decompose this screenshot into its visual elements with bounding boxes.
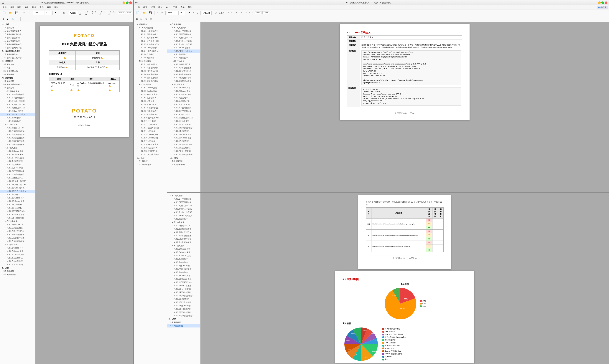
right-bottom-outline-item[interactable]: 5.2 风险矩形图	[167, 324, 200, 327]
tb2-btn4[interactable]: ✕	[15, 17, 19, 21]
right-bottom-outline-item[interactable]: 4.3.3.10 Cookie 未返	[167, 277, 200, 281]
left-outline-item[interactable]: 4.3.2.1 使用 GET 方	[0, 126, 35, 130]
right-panel-outline-item[interactable]: 4.3.3.6 及 HTTP 篡	[134, 103, 167, 106]
right-top-outline-item[interactable]: 4.3.3.1 Cookie 具有	[167, 86, 200, 90]
menu-edit[interactable]: 编辑	[8, 6, 15, 9]
right-menu-format[interactable]: 格式	[164, 6, 171, 9]
right-panel-outline-item[interactable]: 4.3.3 低风险漏	[134, 83, 167, 86]
left-outline-item[interactable]: 4.3.3.11 文件上传 XSS	[0, 183, 35, 186]
left-outline-item[interactable]: 4.3.1.4 文件上传 XSS	[0, 103, 35, 106]
right-top-outline-item[interactable]: 4.3.2 中风险漏	[167, 60, 200, 63]
right-panel-outline-item[interactable]: 4.3.2.5 应用程序错误	[134, 76, 167, 79]
left-outline-item[interactable]: 4.3.3.1 Cookie 具有	[0, 150, 35, 153]
left-outline-item[interactable]: 5.1 风险统计	[0, 270, 35, 273]
left-outline-item[interactable]: 4.3.3.20 PHP 服务器	[0, 213, 35, 216]
right-bottom-outline-item[interactable]: 4.3.3.18 无 HTTP 篡	[167, 304, 200, 308]
right-top-outline-item[interactable]: 4.3.1.6 Cmd 别序算	[167, 46, 200, 50]
right-bottom-outline-item[interactable]: 4.3.1.7 PHP 代码注入	[167, 214, 200, 217]
right-panel-outline-item[interactable]: 4.3.3.16 Cookie 未返	[134, 136, 167, 140]
right-bottom-outline-item[interactable]: 4.3.2.4 未加密的液体	[167, 234, 200, 237]
right-bottom-outline-item[interactable]: 4.3.3.8 点击劫持	[167, 271, 200, 274]
right-top-outline-item[interactable]: 4.3.1.9 漏洞执行	[167, 56, 200, 60]
right-panel-outline-item[interactable]: 4.3.3.21 实现内容安全	[134, 153, 167, 156]
style-normal[interactable]: AaBb	[68, 11, 78, 15]
left-outline-item[interactable]: 1.5 漏洞扫描的原理	[0, 39, 35, 43]
left-outline-item[interactable]: 二、漏洞扫描工具说明	[0, 50, 35, 53]
right-btn-bold[interactable]: B	[187, 11, 191, 14]
right-panel-outline-item[interactable]: 4.3.3.19 点击劫持 X-	[134, 146, 167, 150]
left-outline-item[interactable]: 4.3.3.5 点击劫持 X-	[0, 163, 35, 166]
right-bottom-outline-item[interactable]: 4.3.1.4 文件上传 XSS	[167, 208, 200, 211]
right-top-outline-item[interactable]: 4.3.3.17 点击劫持	[167, 140, 200, 143]
right-top-outline-item[interactable]: 4.3.3.18 TRACE 方法	[167, 143, 200, 146]
right-bottom-outline-item[interactable]: 4.3.3.20 可能出现服	[167, 311, 200, 314]
right-top-outline-item[interactable]: 4.3.3.8 不受限制的文	[167, 110, 200, 113]
left-outline-item[interactable]: 4.3.3.18 点击劫持	[0, 206, 35, 210]
left-outline-item[interactable]: 4.3.3.1 Cookie 具有	[0, 246, 35, 250]
right-panel-outline-item[interactable]: 4.3.1.9 漏洞执行	[134, 56, 167, 60]
right-bottom-outline-item[interactable]: 4.3.2 中风险漏	[167, 221, 200, 224]
left-outline-item[interactable]: 4.3.3.4 点击劫持 X-	[0, 160, 35, 163]
tb2-btn3[interactable]: 🔍	[10, 17, 15, 21]
right-bottom-outline-item[interactable]: 4.3.3.17 PHP 服务器	[167, 301, 200, 304]
tb2-btn2[interactable]: ▶	[6, 17, 10, 21]
left-outline-item[interactable]: 4.3.3.12 Cmd 别序算	[0, 186, 35, 190]
left-outline-item[interactable]: 3.2 问题	[0, 66, 35, 69]
left-outline-item[interactable]: 4.3.3.4 点击劫持 X-	[0, 256, 35, 260]
right-minimize-button[interactable]	[598, 1, 601, 4]
left-outline-item[interactable]: 4.3.2.1 使用 GET 方	[0, 223, 35, 226]
right-top-outline-item[interactable]: 4.3.2.2 未加密的液体	[167, 66, 200, 69]
font-name-box[interactable]: Arial	[33, 11, 44, 15]
right-top-outline-item[interactable]: 4.3.1.3 文件上传 XSS	[167, 36, 200, 39]
left-outline-item[interactable]: 4.3.3.8 不受限制的文	[0, 173, 35, 176]
btn-save[interactable]: 💾	[14, 11, 20, 15]
right-top-outline-item[interactable]: 4.3.2.1 使用 GET 方	[167, 63, 200, 66]
right-top-outline-item[interactable]: 4.3.3.15 Cookie 具有	[167, 133, 200, 136]
left-outline-item[interactable]: 2.1 漏洞扫描简介	[0, 53, 35, 56]
right-menu-insert[interactable]: 插入	[157, 6, 164, 9]
left-outline-item[interactable]: 4.3.1.5 文件上传 XSS	[0, 106, 35, 110]
right-panel-outline-item[interactable]: 4.3.2.6 未加密的液体	[134, 79, 167, 83]
right-panel-outline-item[interactable]: 4.3.3.18 TRACE 方法	[134, 143, 167, 146]
right-top-outline-item[interactable]: 4.3.2.4 未加密的液体	[167, 73, 200, 76]
right-bottom-outline-item[interactable]: 4.3.3.16 点击劫持	[167, 298, 200, 301]
right-btn-save[interactable]: 💾	[147, 11, 153, 15]
right-top-outline-item[interactable]: 4.3.1.1 不受限制的文	[167, 29, 200, 33]
right-top-outline-item[interactable]: 4.3.3.12 无 HTTP 篡	[167, 123, 200, 126]
left-outline-item[interactable]: 1.7 漏洞扫描结果分级	[0, 46, 35, 50]
left-outline-item[interactable]: 4.3.1.9 漏洞执行	[0, 119, 35, 123]
right-top-outline-item[interactable]: 4.3.3.9 文件上传 X-	[167, 113, 200, 116]
left-outline-item[interactable]: 4.3.2.3 用户凭据已传	[0, 230, 35, 233]
left-outline-item[interactable]: 4.3.3.2 Cookie 未返	[0, 250, 35, 253]
left-outline-item[interactable]: 4.3.2.2 未加密的液体	[0, 130, 35, 133]
right-top-outline-item[interactable]: 4.3.3.14 点击劫持	[167, 130, 200, 133]
right-panel-outline-item[interactable]: 4.3.3.8 不受限制的文	[134, 110, 167, 113]
right-bottom-outline-item[interactable]: 4.3.2.2 未加密的液体	[167, 227, 200, 231]
style-heading1c[interactable]: 1.1.1 A	[91, 10, 98, 15]
right-top-outline-item[interactable]: 4.3.2.6 未加密的液体	[167, 79, 200, 83]
right-autocorrect[interactable]: AutoC	[255, 11, 262, 14]
left-outline-item[interactable]: 4.3.2.3 用户凭据已传	[0, 133, 35, 136]
right-font-name[interactable]: Arial	[167, 11, 178, 15]
right-btn-undo[interactable]: ↩	[156, 11, 160, 14]
right-bottom-outline-item[interactable]: 4.3.1.3 文件上传 XSS	[167, 204, 200, 208]
left-outline-item[interactable]: 4.3.3.6 及 HTTP 篡	[0, 166, 35, 169]
right-panel-outline-item[interactable]: 4.3.3.9 文件上传 X-	[134, 113, 167, 116]
left-outline-item[interactable]: 五、总结	[0, 266, 35, 270]
right-bottom-outline-item[interactable]: 4.3.3.5 点击劫持	[167, 261, 200, 264]
right-top-outline-item[interactable]: 5.1 风险统计	[167, 160, 200, 163]
left-outline-item[interactable]: 4.3.3.17 点击劫持	[0, 203, 35, 206]
maximize-button[interactable]	[126, 1, 129, 4]
right-top-outline-item[interactable]: 4.3.1.2 不受限制的文	[167, 33, 200, 36]
right-top-outline-item[interactable]: 4.3.3.19 点击劫持 X-	[167, 146, 200, 150]
menu-file[interactable]: 文件	[1, 6, 8, 9]
left-outline-item[interactable]: 4.3.3.7 不受限制的文	[0, 169, 35, 173]
right-panel-outline-item[interactable]: 4.3.2.2 未加密的液体	[134, 66, 167, 69]
right-top-outline-item[interactable]: 4.3 漏洞分析	[167, 23, 200, 26]
left-outline-item[interactable]: 4.1 漏洞测试	[0, 79, 35, 83]
right-bottom-outline-item[interactable]: 4.3.1.5 文件上传 XSS	[167, 211, 200, 214]
left-outline-item[interactable]: 4.3.3.16 Cookie 未返	[0, 200, 35, 203]
style-heading1b[interactable]: 1.1 A	[84, 10, 91, 15]
right-btn-underline[interactable]: U	[196, 11, 199, 14]
right-btn-new[interactable]: 📄	[135, 11, 141, 15]
